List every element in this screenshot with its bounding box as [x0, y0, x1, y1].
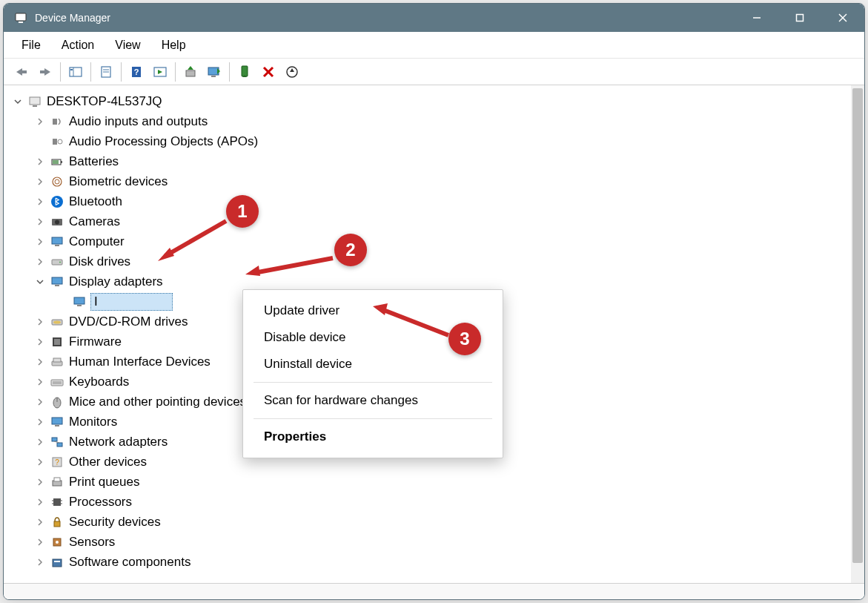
category-label: Mice and other pointing devices	[69, 395, 246, 409]
category-icon	[50, 154, 64, 169]
chevron-right-icon[interactable]	[33, 556, 47, 569]
svg-point-53	[53, 320, 61, 323]
tree-category[interactable]: Computer	[11, 231, 861, 251]
chevron-right-icon[interactable]	[33, 435, 47, 449]
svg-rect-45	[55, 245, 59, 246]
window-controls	[735, 4, 864, 32]
chevron-right-icon[interactable]	[33, 495, 47, 509]
svg-point-40	[55, 179, 59, 184]
chevron-down-icon[interactable]	[33, 275, 47, 289]
category-label: Security devices	[69, 515, 161, 530]
svg-rect-50	[74, 297, 85, 304]
category-label: Network adapters	[69, 435, 168, 449]
forward-button[interactable]	[34, 62, 56, 82]
scan-hardware-button[interactable]	[281, 62, 303, 82]
svg-text:?: ?	[55, 458, 59, 467]
chevron-right-icon[interactable]	[33, 395, 47, 409]
maximize-button[interactable]	[778, 4, 821, 32]
category-icon	[50, 415, 64, 429]
category-icon	[50, 375, 64, 389]
toolbar-separator	[229, 62, 230, 82]
chevron-right-icon[interactable]	[33, 375, 47, 389]
tree-root[interactable]: DESKTOP-4L537JQ	[11, 91, 861, 111]
device-manager-window: Device Manager File Action View Help ?	[3, 3, 865, 600]
chevron-right-icon[interactable]	[33, 475, 47, 489]
svg-rect-9	[40, 70, 45, 73]
tree-category[interactable]: Disk drives	[11, 251, 861, 271]
chevron-right-icon[interactable]	[33, 155, 47, 168]
menu-file[interactable]: File	[11, 34, 51, 56]
disable-device-button[interactable]	[203, 62, 225, 82]
chevron-down-icon[interactable]	[11, 95, 24, 108]
scroll-thumb[interactable]	[852, 88, 863, 563]
menu-action[interactable]: Action	[51, 34, 105, 56]
category-icon	[50, 355, 64, 369]
svg-rect-51	[77, 305, 82, 306]
chevron-right-icon[interactable]	[33, 515, 47, 529]
category-label: Monitors	[69, 415, 117, 429]
ctx-disable-device[interactable]: Disable device	[243, 324, 503, 351]
chevron-right-icon[interactable]	[33, 415, 47, 429]
tree-category[interactable]: Biometric devices	[11, 171, 861, 191]
category-icon	[50, 555, 64, 570]
ctx-update-driver[interactable]: Update driver	[243, 297, 503, 324]
chevron-right-icon[interactable]	[33, 115, 47, 128]
properties-button[interactable]	[95, 62, 117, 82]
help-button[interactable]: ?	[125, 62, 148, 82]
svg-rect-22	[208, 67, 219, 75]
category-icon	[50, 314, 64, 329]
category-label: Disk drives	[69, 254, 130, 269]
tree-category[interactable]: Audio Processing Objects (APOs)	[11, 131, 861, 151]
chevron-right-icon[interactable]	[33, 195, 47, 208]
chevron-right-icon[interactable]	[33, 235, 47, 248]
category-label: Software components	[69, 555, 191, 570]
uninstall-button[interactable]	[257, 62, 279, 82]
chevron-right-icon[interactable]	[33, 255, 47, 268]
category-icon	[50, 174, 64, 189]
svg-rect-23	[211, 76, 216, 77]
enable-device-button[interactable]	[233, 62, 256, 82]
chevron-right-icon[interactable]	[33, 335, 47, 349]
chevron-right-icon[interactable]	[33, 215, 47, 228]
tree-category[interactable]: Sensors	[11, 532, 861, 552]
tree-category[interactable]: Software components	[11, 552, 861, 572]
vertical-scrollbar[interactable]	[851, 85, 864, 583]
chevron-right-icon[interactable]	[33, 355, 47, 369]
chevron-right-icon[interactable]	[33, 315, 47, 329]
show-hide-tree-button[interactable]	[64, 62, 87, 82]
chevron-right-icon[interactable]	[33, 536, 47, 549]
window-title: Device Manager	[35, 12, 735, 24]
menu-view[interactable]: View	[105, 34, 150, 56]
svg-rect-57	[53, 358, 61, 362]
back-button[interactable]	[10, 62, 33, 82]
category-label: Print queues	[69, 475, 139, 490]
svg-rect-25	[242, 66, 248, 76]
scan-button[interactable]	[149, 62, 171, 82]
minimize-button[interactable]	[735, 4, 778, 32]
category-icon	[50, 515, 64, 530]
tree-category[interactable]: Cameras	[11, 211, 861, 231]
tree-category[interactable]: Audio inputs and outputs	[11, 111, 861, 131]
ctx-properties[interactable]: Properties	[243, 424, 503, 450]
category-label: Keyboards	[69, 375, 129, 389]
svg-rect-44	[52, 237, 62, 244]
chevron-right-icon[interactable]	[33, 175, 47, 188]
update-driver-button[interactable]	[179, 62, 202, 82]
tree-category[interactable]: Processors	[11, 492, 861, 512]
svg-rect-71	[54, 478, 60, 481]
category-icon	[50, 234, 64, 249]
chevron-right-icon[interactable]	[33, 455, 47, 469]
ctx-uninstall-device[interactable]: Uninstall device	[243, 351, 503, 378]
menu-help[interactable]: Help	[151, 34, 196, 56]
tree-category[interactable]: Security devices	[11, 512, 861, 532]
close-button[interactable]	[821, 4, 864, 32]
svg-text:?: ?	[134, 67, 139, 76]
svg-rect-64	[55, 425, 59, 426]
tree-category[interactable]: Print queues	[11, 472, 861, 492]
tree-category[interactable]: Batteries	[11, 151, 861, 171]
category-label: Batteries	[69, 154, 119, 169]
ctx-scan-hardware[interactable]: Scan for hardware changes	[243, 387, 503, 414]
tree-category[interactable]: Display adapters	[11, 271, 861, 291]
svg-point-39	[53, 177, 62, 186]
tree-category[interactable]: Bluetooth	[11, 191, 861, 211]
